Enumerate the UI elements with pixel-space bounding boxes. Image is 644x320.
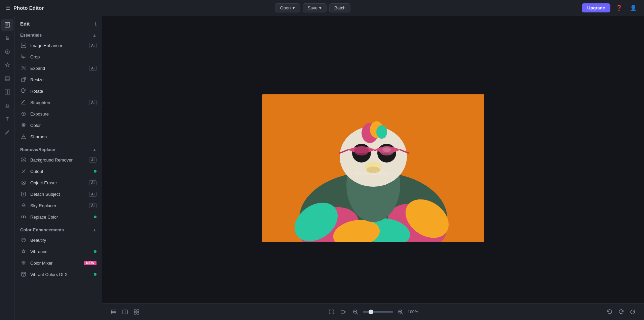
topbar-right: Upgrade ❓ 👤 (582, 3, 639, 12)
sidebar-item-rotate[interactable]: Rotate (15, 85, 102, 97)
iconbar-layers[interactable] (1, 73, 13, 85)
topbar: ☰ Photo Editor Open ▾ Save ▾ Batch Upgra… (0, 0, 644, 16)
svg-line-80 (356, 313, 358, 314)
vibrance-icon (20, 248, 27, 255)
object-eraser-icon (20, 179, 27, 186)
zoom-in-button[interactable] (396, 307, 405, 317)
reset-button[interactable] (628, 307, 637, 317)
sidebar-item-resize[interactable]: Resize (15, 74, 102, 85)
zoom-out-button[interactable] (351, 307, 360, 317)
svg-rect-18 (7, 92, 10, 94)
section-remove-replace-header[interactable]: Remove/Replace ▲ (15, 144, 102, 154)
upgrade-button[interactable]: Upgrade (582, 3, 610, 12)
icon-bar: T (0, 16, 15, 320)
sidebar-item-color[interactable]: Color (15, 120, 102, 131)
rotate-label: Rotate (30, 89, 97, 94)
svg-rect-70 (111, 310, 116, 311)
svg-point-28 (22, 125, 25, 127)
iconbar-objects[interactable] (1, 86, 13, 98)
svg-point-41 (23, 273, 24, 274)
sidebar-item-cutout[interactable]: Cutout (15, 166, 102, 177)
save-button[interactable]: Save ▾ (303, 3, 327, 12)
rotate-icon (20, 88, 27, 94)
section-remove-replace-title: Remove/Replace (20, 147, 55, 152)
iconbar-draw[interactable] (1, 126, 13, 138)
grid-button[interactable] (132, 307, 141, 317)
compare-button[interactable] (120, 307, 130, 317)
expand-label: Expand (30, 66, 86, 71)
batch-button[interactable]: Batch (329, 3, 350, 12)
sidebar-item-vibrant-colors-dlx[interactable]: Vibrant Colors DLX (15, 269, 102, 280)
sidebar-item-straighten[interactable]: Straighten Ai (15, 97, 102, 108)
sidebar-item-beautify[interactable]: Beautify (15, 234, 102, 246)
iconbar-stamp[interactable] (1, 99, 13, 111)
vibrant-colors-dlx-label: Vibrant Colors DLX (30, 272, 90, 277)
vibrant-colors-dlx-dot-badge (94, 273, 97, 276)
menu-icon[interactable]: ☰ (5, 5, 10, 11)
resize-icon (20, 76, 27, 83)
zoom-fit-button[interactable] (339, 307, 348, 317)
cutout-dot-badge (94, 170, 97, 173)
help-button[interactable]: ❓ (614, 3, 624, 12)
sidebar-info-icon[interactable]: ℹ (95, 21, 97, 27)
section-color-enhancements-chevron: ▲ (92, 228, 97, 232)
sidebar-header: Edit ℹ (15, 16, 102, 30)
section-color-enhancements-header[interactable]: Color Enhancements ▲ (15, 225, 102, 234)
sidebar-item-object-eraser[interactable]: Object Eraser Ai (15, 177, 102, 188)
fit-button[interactable] (327, 307, 336, 317)
svg-point-36 (22, 238, 26, 242)
sky-replacer-icon (20, 202, 27, 209)
sidebar-item-sky-replacer[interactable]: Sky Replacer Ai (15, 200, 102, 211)
open-button[interactable]: Open ▾ (275, 3, 300, 12)
svg-rect-16 (7, 90, 10, 92)
svg-point-35 (23, 216, 26, 218)
straighten-icon (20, 99, 27, 106)
sidebar-item-expand[interactable]: Expand Ai (15, 62, 102, 74)
redo-button[interactable] (616, 307, 626, 317)
sidebar-item-crop[interactable]: Crop (15, 51, 102, 62)
beautify-icon (20, 237, 27, 243)
svg-rect-75 (134, 312, 136, 314)
layers-button[interactable] (109, 307, 118, 317)
sidebar-item-exposure[interactable]: Exposure (15, 108, 102, 120)
background-remover-icon (20, 156, 27, 163)
zoom-slider[interactable] (363, 311, 393, 313)
expand-ai-badge: Ai (89, 66, 97, 71)
iconbar-effects[interactable] (1, 59, 13, 71)
undo-button[interactable] (605, 307, 614, 317)
iconbar-preview[interactable] (1, 46, 13, 58)
canvas-image: © dreamstime (262, 94, 484, 242)
svg-rect-17 (5, 92, 7, 94)
sky-replacer-ai-badge: Ai (89, 203, 97, 208)
iconbar-adjust[interactable] (1, 32, 13, 44)
sidebar-item-vibrance[interactable]: Vibrance (15, 246, 102, 257)
user-button[interactable]: 👤 (628, 3, 639, 12)
sidebar-item-color-mixer[interactable]: Color Mixer NEW (15, 257, 102, 269)
svg-rect-14 (5, 77, 9, 78)
detach-subject-ai-badge: Ai (89, 192, 97, 197)
color-icon (20, 122, 27, 129)
sidebar-scroll[interactable]: Essentials ▲ Image Enhancer Ai Cr (15, 30, 102, 320)
iconbar-text[interactable]: T (1, 113, 13, 125)
main-layout: T Edit ℹ Essentials ▲ Image Enhan (0, 16, 644, 320)
zoom-value: 100% (408, 310, 420, 314)
svg-rect-40 (22, 272, 26, 276)
sidebar-item-sharpen[interactable]: Sharpen (15, 131, 102, 142)
svg-rect-15 (5, 90, 7, 92)
resize-label: Resize (30, 77, 97, 82)
sidebar-item-detach-subject[interactable]: Detach Subject Ai (15, 188, 102, 200)
sidebar-item-image-enhancer[interactable]: Image Enhancer Ai (15, 40, 102, 51)
sidebar-item-background-remover[interactable]: Background Remover Ai (15, 154, 102, 166)
svg-text:© dreamstime: © dreamstime (346, 168, 388, 177)
cutout-label: Cutout (30, 169, 90, 174)
image-enhancer-icon (20, 42, 27, 49)
svg-rect-76 (137, 312, 139, 314)
bottom-center: 100% (327, 307, 420, 317)
sidebar-item-replace-color[interactable]: Replace Color (15, 211, 102, 223)
iconbar-edit[interactable] (1, 19, 13, 31)
section-essentials-header[interactable]: Essentials ▲ (15, 30, 102, 40)
svg-point-43 (23, 275, 24, 276)
svg-point-64 (383, 147, 391, 152)
sky-replacer-label: Sky Replacer (30, 203, 86, 208)
straighten-label: Straighten (30, 100, 86, 105)
